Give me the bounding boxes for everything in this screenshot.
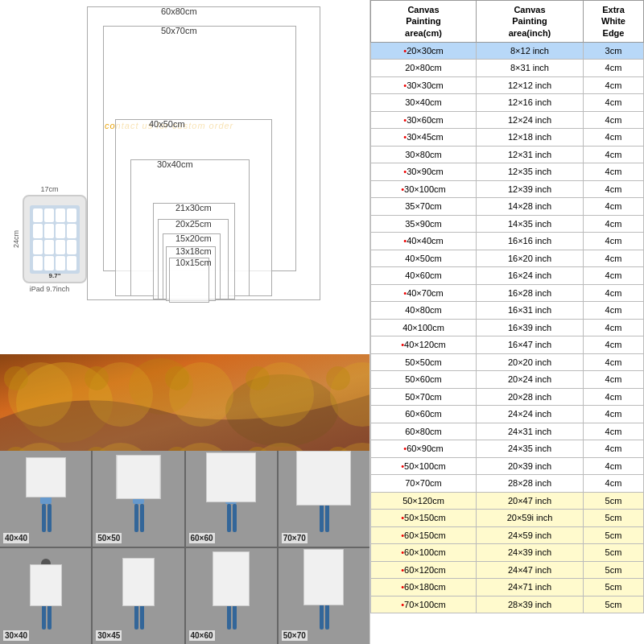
canvas-70x70	[296, 451, 351, 506]
table-cell-inch: 12×35 inch	[476, 163, 583, 181]
cell-label-40x40: 40×40	[3, 533, 29, 543]
table-cell-inch: 8×31 inch	[476, 60, 583, 77]
canvas-40x60	[213, 551, 250, 606]
table-cell-inch: 14×35 inch	[476, 215, 583, 233]
label-40x50: 40x50cm	[149, 119, 185, 129]
table-cell-inch: 24×35 inch	[476, 440, 583, 458]
table-cell-cm: •30×100cm	[371, 180, 477, 198]
table-cell-inch: 12×24 inch	[476, 111, 583, 129]
col-header-edge: ExtraWhiteEdge	[584, 1, 644, 43]
size-cell-40x40: 40×40	[0, 451, 91, 547]
table-cell-inch: 16×20 inch	[476, 250, 583, 267]
cell-label-30x45: 30×45	[96, 630, 122, 641]
ipad-model-label: iPad 9.7inch	[12, 285, 87, 293]
label-30x40: 30x40cm	[157, 159, 193, 169]
table-cell-inch: 14×28 inch	[476, 198, 583, 216]
table-cell-cm: •60×150cm	[371, 526, 477, 544]
table-cell-inch: 28×39 inch	[476, 596, 583, 613]
label-15x20: 15x20cm	[175, 233, 212, 243]
cell-label-50x50: 50×50	[96, 533, 122, 543]
table-cell-edge: 5cm	[584, 510, 644, 527]
table-cell-edge: 4cm	[584, 129, 644, 147]
table-cell-cm: •40×70cm	[371, 284, 477, 302]
svg-rect-49	[325, 601, 329, 630]
table-cell-edge: 4cm	[584, 406, 644, 423]
table-cell-inch: 12×12 inch	[476, 76, 583, 94]
table-cell-cm: 40×60cm	[371, 267, 477, 285]
art-svg	[0, 354, 369, 451]
table-cell-cm: •60×100cm	[371, 544, 477, 562]
table-cell-edge: 4cm	[584, 440, 644, 458]
table-cell-edge: 4cm	[584, 198, 644, 216]
table-cell-cm: 40×100cm	[371, 319, 477, 336]
table-cell-inch: 20×28 inch	[476, 388, 583, 406]
svg-rect-25	[325, 504, 329, 532]
svg-rect-24	[320, 504, 324, 532]
ipad-screen	[30, 205, 80, 274]
table-cell-edge: 4cm	[584, 146, 644, 163]
table-cell-edge: 4cm	[584, 267, 644, 285]
table-cell-cm: 30×40cm	[371, 94, 477, 112]
label-10x15: 10x15cm	[175, 258, 212, 267]
svg-point-1	[16, 362, 113, 443]
ipad-height-label: 24cm	[12, 230, 20, 248]
cell-label-70x70: 70×70	[282, 533, 308, 543]
table-cell-edge: 4cm	[584, 215, 644, 233]
svg-point-3	[225, 374, 338, 447]
table-cell-edge: 5cm	[584, 596, 644, 613]
table-cell-cm: 40×50cm	[371, 250, 477, 267]
table-cell-inch: 24×31 inch	[476, 423, 583, 440]
svg-rect-18	[227, 504, 231, 532]
size-cell-30x40: 30×40	[0, 548, 91, 644]
label-20x25: 20x25cm	[175, 219, 212, 229]
table-cell-cm: 50×50cm	[371, 353, 477, 371]
table-cell-cm: 35×70cm	[371, 198, 477, 216]
canvas-60x60	[206, 452, 256, 502]
table-cell-edge: 4cm	[584, 475, 644, 493]
table-cell-edge: 4cm	[584, 111, 644, 129]
table-cell-edge: 4cm	[584, 457, 644, 475]
table-cell-inch: 24×39 inch	[476, 544, 583, 562]
table-cell-edge: 3cm	[584, 42, 644, 60]
label-13x18: 13x18cm	[175, 246, 212, 256]
svg-rect-12	[134, 504, 138, 532]
table-cell-cm: 50×60cm	[371, 371, 477, 389]
right-panel: CanvasPaintingarea(cm) CanvasPaintingare…	[370, 0, 644, 644]
cell-label-40x60: 40×60	[189, 630, 215, 641]
table-cell-cm: 70×70cm	[371, 475, 477, 493]
table-cell-inch: 12×16 inch	[476, 94, 583, 112]
col-header-inch: CanvasPaintingarea(inch)	[476, 1, 583, 43]
svg-rect-19	[233, 504, 237, 532]
table-cell-cm: •60×120cm	[371, 561, 477, 579]
size-cell-60x60: 60×60	[186, 451, 277, 547]
size-cell-50x70: 50×70	[279, 548, 369, 644]
art-image	[0, 354, 369, 451]
table-cell-inch: 16×24 inch	[476, 267, 583, 285]
table-cell-inch: 16×28 inch	[476, 284, 583, 302]
table-cell-cm: 30×80cm	[371, 146, 477, 163]
table-cell-edge: 4cm	[584, 302, 644, 320]
table-cell-cm: •30×45cm	[371, 129, 477, 147]
table-cell-edge: 4cm	[584, 371, 644, 389]
table-cell-cm: 60×60cm	[371, 406, 477, 423]
label-60x80: 60x80cm	[161, 6, 197, 16]
table-cell-cm: •60×180cm	[371, 579, 477, 597]
table-cell-edge: 4cm	[584, 423, 644, 440]
table-cell-edge: 4cm	[584, 180, 644, 198]
ipad-container: 17cm 24cm 9.7" iPad 9.7inch	[12, 185, 87, 293]
table-cell-inch: 20×47 inch	[476, 492, 583, 510]
left-panel: 60x80cm 50x70cm contact us for custom or…	[0, 0, 370, 644]
table-cell-inch: 8×12 inch	[476, 42, 583, 60]
size-cell-50x50: 50×50	[93, 451, 184, 547]
svg-rect-7	[47, 504, 52, 532]
size-cell-40x60: 40×60	[186, 548, 277, 644]
cell-label-30x40: 30×40	[3, 630, 29, 641]
table-cell-edge: 4cm	[584, 388, 644, 406]
table-cell-cm: •70×100cm	[371, 596, 477, 613]
ipad-size-label: 9.7"	[49, 272, 61, 279]
cell-label-50x70: 50×70	[282, 630, 308, 641]
canvas-30x40	[30, 564, 62, 606]
table-cell-cm: 50×70cm	[371, 388, 477, 406]
table-cell-edge: 4cm	[584, 94, 644, 112]
cell-label-60x60: 60×60	[189, 533, 215, 543]
